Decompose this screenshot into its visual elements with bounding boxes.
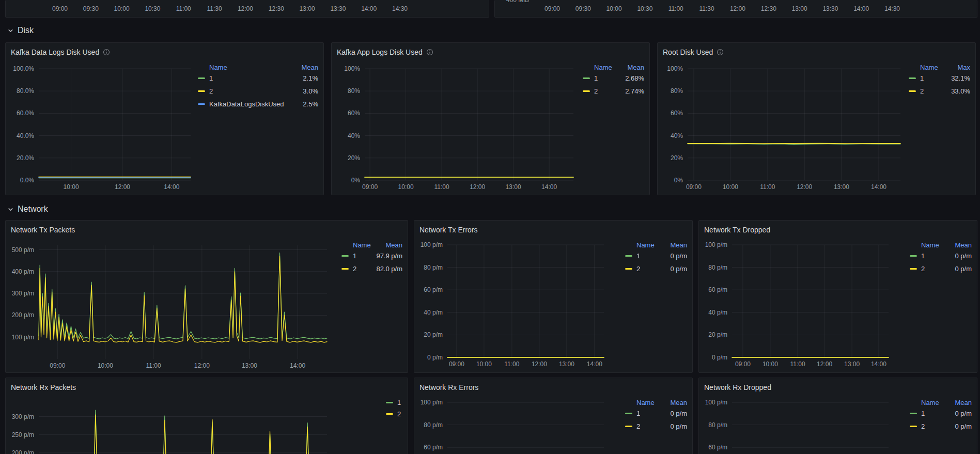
legend-col-value[interactable]: Mean <box>627 64 644 67</box>
legend-row[interactable]: 20 p/m <box>910 420 972 433</box>
legend-row[interactable]: 20 p/m <box>910 262 972 275</box>
legend-col-value[interactable]: Mean <box>670 399 687 402</box>
series-label: 1 <box>353 252 376 260</box>
panel-title: Network Rx Dropped <box>704 383 771 392</box>
panel-header[interactable]: Network Tx Errors <box>414 223 692 237</box>
section-header-network[interactable]: Network <box>7 202 48 216</box>
panel-top-right-stub: 400 MiB 09:0009:3010:0010:3011:0011:3012… <box>494 0 977 18</box>
y-tick-label: 80% <box>671 87 683 95</box>
chart-top-right-stub[interactable]: 09:0009:3010:0010:3011:0011:3012:0012:30… <box>495 0 977 18</box>
chart-network-rx-errors[interactable]: 60 p/m80 p/m100 p/m <box>414 395 611 454</box>
legend-row[interactable]: 10 p/m <box>910 407 972 420</box>
legend-col-value[interactable]: Mean <box>385 241 402 245</box>
y-tick-label: 300 p/m <box>12 290 34 297</box>
x-tick-label: 14:00 <box>541 183 557 191</box>
x-tick-label: 11:00 <box>146 362 161 369</box>
chart-canvas: 09:0010:0011:0012:0013:0014:000%20%40%60… <box>332 60 580 193</box>
series-label: 1 <box>636 410 670 417</box>
legend-col-name[interactable]: Name <box>636 241 655 245</box>
legend-row[interactable]: 23.0% <box>198 85 318 98</box>
info-icon[interactable] <box>717 49 724 56</box>
legend-row[interactable]: 20 p/m <box>625 420 687 433</box>
panel-header[interactable]: Network Tx Dropped <box>699 223 977 237</box>
panel-header[interactable]: Network Rx Dropped <box>699 380 977 395</box>
y-tick-label: 60.0% <box>17 109 34 117</box>
legend-row[interactable]: 10 p/m <box>625 249 687 262</box>
legend-row[interactable]: 22.74% <box>583 85 644 98</box>
legend-col-name[interactable]: Name <box>920 64 938 67</box>
legend-row[interactable]: KafkaDataLogsDiskUsed2.5% <box>198 98 318 111</box>
x-tick-label: 09:00 <box>545 5 560 12</box>
info-icon[interactable] <box>103 49 110 56</box>
chart-network-rx-dropped[interactable]: 60 p/m80 p/m100 p/m <box>699 395 895 454</box>
legend-row[interactable]: 282.0 p/m <box>341 262 402 275</box>
chart-network-tx-dropped[interactable]: 09:0010:0011:0012:0013:0014:000 p/m20 p/… <box>699 237 895 371</box>
legend-row[interactable]: 20 p/m <box>625 262 687 275</box>
series-label: 1 <box>921 252 955 260</box>
x-tick-label: 12:00 <box>532 361 547 368</box>
legend-network-rx-errors: NameMean10 p/m20 p/m <box>625 399 687 433</box>
legend-row[interactable]: 12.1% <box>198 72 318 85</box>
y-tick-label: 60% <box>348 109 360 117</box>
legend-col-name[interactable]: Name <box>594 64 612 67</box>
chevron-down-icon <box>7 27 14 34</box>
series-swatch-icon <box>198 77 205 79</box>
x-tick-label: 09:00 <box>449 361 464 368</box>
chart-network-tx-packets[interactable]: 09:0010:0011:0012:0013:0014:00100 p/m200… <box>6 237 336 371</box>
info-icon[interactable] <box>426 49 433 56</box>
series-value: 0 p/m <box>670 422 687 430</box>
legend-col-value[interactable]: Mean <box>301 64 318 67</box>
y-tick-label: 60 p/m <box>424 444 443 451</box>
section-header-disk[interactable]: Disk <box>7 24 34 37</box>
series-value: 0 p/m <box>670 410 687 417</box>
chart-root-disk[interactable]: 09:0010:0011:0012:0013:0014:000%20%40%60… <box>658 60 907 193</box>
chevron-down-icon <box>7 206 14 213</box>
chart-network-rx-packets[interactable]: 300 p/m250 p/m200 p/m <box>6 395 336 454</box>
y-tick-label: 400 p/m <box>12 268 34 275</box>
series-label: 2 <box>921 265 955 273</box>
legend-header: NameMean <box>625 399 687 407</box>
legend-col-name[interactable]: Name <box>209 64 227 67</box>
legend-row[interactable]: 10 p/m <box>910 249 972 262</box>
legend-col-name[interactable]: Name <box>353 241 371 245</box>
legend-col-value[interactable]: Mean <box>955 399 972 402</box>
series-value: 2.68% <box>625 74 644 82</box>
legend-row[interactable]: 132.1% <box>909 72 970 85</box>
legend-row[interactable]: 2 <box>386 408 407 419</box>
y-tick-label: 40.0% <box>17 132 34 139</box>
panel-network-tx-errors: Network Tx Errors 09:0010:0011:0012:0013… <box>414 220 693 373</box>
panel-header[interactable]: Kafka Data Logs Disk Used <box>6 45 323 59</box>
legend-col-value[interactable]: Mean <box>955 241 972 245</box>
panel-title: Root Disk Used <box>663 48 713 56</box>
legend-row[interactable]: 1 <box>386 397 407 408</box>
legend-row[interactable]: 10 p/m <box>625 407 687 420</box>
x-tick-label: 13:00 <box>834 183 849 191</box>
legend-col-name[interactable]: Name <box>636 399 655 402</box>
panel-kafka-app-logs-disk-used: Kafka App Logs Disk Used 09:0010:0011:00… <box>331 42 650 195</box>
chart-top-left-stub[interactable]: 09:0009:3010:0010:3011:0011:3012:0012:30… <box>6 0 489 18</box>
legend-row[interactable]: 233.0% <box>909 85 970 98</box>
series-label: 2 <box>353 265 376 273</box>
chart-kafka-data-logs[interactable]: 10:0012:0014:000.0%20.0%40.0%60.0%80.0%1… <box>6 60 196 193</box>
legend-row[interactable]: 12.68% <box>583 72 644 85</box>
chart-kafka-app-logs[interactable]: 09:0010:0011:0012:0013:0014:000%20%40%60… <box>332 60 580 193</box>
legend-col-value[interactable]: Mean <box>670 241 687 245</box>
legend-col-name[interactable]: Name <box>921 399 939 402</box>
panel-header[interactable]: Root Disk Used <box>658 45 975 59</box>
legend-col-name[interactable]: Name <box>921 241 939 245</box>
x-tick-label: 14:30 <box>884 5 900 12</box>
chart-network-tx-errors[interactable]: 09:0010:0011:0012:0013:0014:000 p/m20 p/… <box>414 237 611 371</box>
x-tick-label: 12:00 <box>194 362 210 369</box>
panel-header[interactable]: Kafka App Logs Disk Used <box>332 45 649 59</box>
legend-row[interactable]: 197.9 p/m <box>341 249 402 262</box>
section-title: Network <box>18 205 48 214</box>
legend-header: NameMax <box>909 64 970 72</box>
series-value: 33.0% <box>951 87 970 95</box>
panel-header[interactable]: Network Tx Packets <box>6 223 408 237</box>
panel-header[interactable]: Network Rx Packets <box>6 380 408 395</box>
legend-col-value[interactable]: Max <box>957 64 970 67</box>
panel-header[interactable]: Network Rx Errors <box>414 380 692 395</box>
x-tick-label: 09:00 <box>52 5 68 12</box>
series-swatch-icon <box>625 413 632 414</box>
x-tick-label: 12:00 <box>817 361 832 368</box>
